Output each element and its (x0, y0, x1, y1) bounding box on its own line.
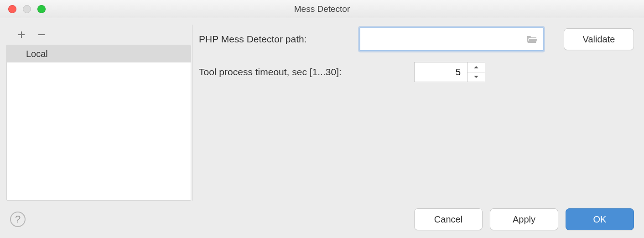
close-window-button[interactable] (8, 5, 16, 13)
titlebar: Mess Detector (0, 0, 644, 18)
path-input[interactable] (366, 34, 526, 44)
path-field[interactable] (359, 27, 544, 51)
list-item-label: Local (26, 49, 48, 59)
folder-open-icon (526, 35, 538, 44)
path-row: PHP Mess Detector path: Validate (199, 27, 638, 51)
chevron-down-icon (473, 75, 479, 79)
browse-button[interactable] (526, 35, 538, 44)
remove-config-button[interactable] (36, 29, 47, 41)
minus-icon (37, 30, 46, 39)
configurations-list[interactable]: Local (6, 45, 191, 201)
validate-button[interactable]: Validate (564, 28, 634, 50)
ok-button[interactable]: OK (566, 208, 634, 230)
help-icon: ? (15, 213, 21, 225)
timeout-stepper[interactable] (414, 62, 485, 82)
minimize-window-button[interactable] (23, 5, 31, 13)
configuration-form: PHP Mess Detector path: Validate Tool pr… (199, 25, 638, 201)
stepper-buttons (467, 62, 485, 82)
timeout-row: Tool process timeout, sec [1...30]: (199, 62, 638, 82)
cancel-button-label: Cancel (434, 214, 462, 225)
dialog-footer: ? Cancel Apply OK (0, 201, 644, 238)
timeout-label: Tool process timeout, sec [1...30]: (199, 67, 381, 78)
help-button[interactable]: ? (10, 212, 26, 227)
window-controls (0, 5, 46, 13)
add-config-button[interactable] (16, 29, 27, 41)
path-label: PHP Mess Detector path: (199, 34, 352, 45)
window-title: Mess Detector (0, 4, 644, 14)
configurations-sidebar: Local (6, 25, 192, 201)
plus-icon (17, 30, 26, 39)
sidebar-toolbar (6, 25, 191, 45)
ok-button-label: OK (593, 214, 607, 225)
apply-button[interactable]: Apply (490, 208, 558, 230)
stepper-up-button[interactable] (467, 62, 485, 72)
cancel-button[interactable]: Cancel (414, 208, 483, 230)
apply-button-label: Apply (513, 214, 535, 225)
maximize-window-button[interactable] (37, 5, 46, 13)
timeout-input[interactable] (414, 62, 467, 82)
dialog-content: Local PHP Mess Detector path: Validate T… (0, 18, 644, 201)
chevron-up-icon (473, 65, 479, 69)
validate-button-label: Validate (583, 34, 615, 45)
stepper-down-button[interactable] (467, 72, 485, 82)
list-item[interactable]: Local (7, 45, 191, 62)
